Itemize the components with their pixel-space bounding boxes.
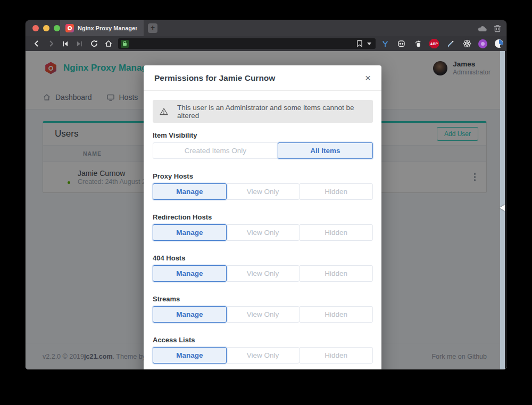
section-label-streams: Streams <box>153 295 373 303</box>
maximize-window-button[interactable] <box>54 25 60 31</box>
segment-item-visibility: Created Items Only All Items <box>153 142 373 159</box>
browser-window: Nginx Proxy Manager + <box>26 20 506 369</box>
minimize-window-button[interactable] <box>43 25 49 31</box>
section-label-item-visibility: Item Visibility <box>153 131 373 139</box>
extension-gnome-foot-icon[interactable] <box>413 39 423 49</box>
extension-rod-icon[interactable] <box>380 39 390 49</box>
https-lock-icon[interactable] <box>121 40 129 48</box>
modal-close-icon[interactable]: × <box>365 74 371 82</box>
mouse-cursor <box>500 205 505 211</box>
streams-view-only[interactable]: View Only <box>226 306 300 323</box>
access-lists-hidden[interactable]: Hidden <box>299 347 373 364</box>
section-label-access-lists: Access Lists <box>153 336 373 344</box>
extension-purple-icon[interactable] <box>478 39 487 48</box>
extension-icons: ABP <box>380 36 504 51</box>
segment-proxy-hosts: Manage View Only Hidden <box>153 183 373 200</box>
cloud-sync-icon[interactable] <box>478 25 487 32</box>
proxy-hosts-view-only[interactable]: View Only <box>226 183 300 200</box>
redirection-hosts-view-only[interactable]: View Only <box>226 224 300 241</box>
browser-tab[interactable]: Nginx Proxy Manager <box>60 20 144 36</box>
404-hosts-view-only[interactable]: View Only <box>226 265 300 282</box>
npm-favicon-icon <box>65 24 74 32</box>
session-forward-button[interactable] <box>73 37 86 50</box>
section-label-404-hosts: 404 Hosts <box>153 254 373 262</box>
extension-adblock-plus-icon[interactable]: ABP <box>429 39 439 48</box>
segment-streams: Manage View Only Hidden <box>153 306 373 323</box>
browser-tab-bar: Nginx Proxy Manager + <box>26 20 506 36</box>
back-button[interactable] <box>30 37 43 50</box>
browser-toolbar: ABP <box>26 36 506 51</box>
section-label-proxy-hosts: Proxy Hosts <box>153 172 373 180</box>
trash-icon[interactable] <box>494 24 501 32</box>
404-hosts-manage[interactable]: Manage <box>153 265 227 282</box>
streams-hidden[interactable]: Hidden <box>299 306 373 323</box>
streams-manage[interactable]: Manage <box>153 306 227 323</box>
modal-title: Permissions for Jamie Curnow <box>154 73 275 83</box>
window-edge <box>505 51 506 369</box>
proxy-hosts-hidden[interactable]: Hidden <box>299 183 373 200</box>
extension-robot-icon[interactable] <box>396 39 406 49</box>
segment-redirection-hosts: Manage View Only Hidden <box>153 224 373 241</box>
session-back-button[interactable] <box>59 37 72 50</box>
home-button[interactable] <box>102 37 115 50</box>
tab-title: Nginx Proxy Manager <box>78 25 137 31</box>
redirection-hosts-manage[interactable]: Manage <box>153 224 227 241</box>
extension-atom-icon[interactable] <box>462 39 472 49</box>
segment-404-hosts: Manage View Only Hidden <box>153 265 373 282</box>
redirection-hosts-hidden[interactable]: Hidden <box>299 224 373 241</box>
bookmark-icon[interactable] <box>356 40 363 47</box>
proxy-hosts-manage[interactable]: Manage <box>153 183 227 200</box>
option-created-items-only[interactable]: Created Items Only <box>153 142 278 159</box>
url-bar[interactable] <box>118 38 376 49</box>
admin-warning-alert: This user is an Administrator and some i… <box>153 100 373 123</box>
access-lists-manage[interactable]: Manage <box>153 347 227 364</box>
access-lists-view-only[interactable]: View Only <box>226 347 300 364</box>
404-hosts-hidden[interactable]: Hidden <box>299 265 373 282</box>
extension-stylus-pen-icon[interactable] <box>445 39 455 49</box>
section-label-redirection-hosts: Redirection Hosts <box>153 213 373 221</box>
forward-button[interactable] <box>44 37 57 50</box>
permissions-modal: Permissions for Jamie Curnow × This user… <box>144 65 381 369</box>
page-viewport: Nginx Proxy Manager James Administrator … <box>26 51 506 369</box>
warning-icon <box>160 107 168 116</box>
window-controls <box>32 25 60 31</box>
bookmarks-dropdown-icon[interactable] <box>367 43 371 45</box>
reload-button[interactable] <box>87 37 101 50</box>
extension-privacy-pie-icon[interactable] <box>494 39 504 49</box>
option-all-items[interactable]: All Items <box>278 142 373 159</box>
new-tab-button[interactable]: + <box>148 23 157 33</box>
segment-access-lists: Manage View Only Hidden <box>153 347 373 364</box>
close-window-button[interactable] <box>32 25 39 31</box>
